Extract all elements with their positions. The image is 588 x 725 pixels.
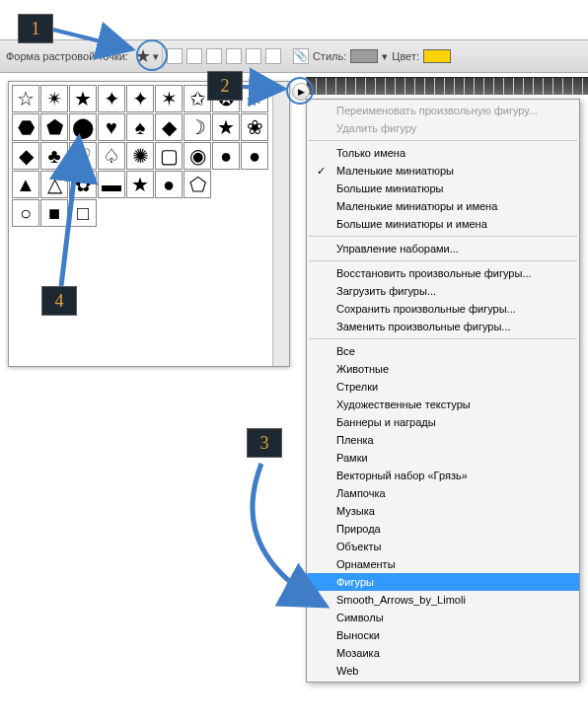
annotation-arrow bbox=[0, 0, 588, 725]
svg-line-1 bbox=[243, 87, 284, 89]
svg-line-0 bbox=[53, 30, 132, 49]
svg-line-2 bbox=[61, 138, 79, 286]
